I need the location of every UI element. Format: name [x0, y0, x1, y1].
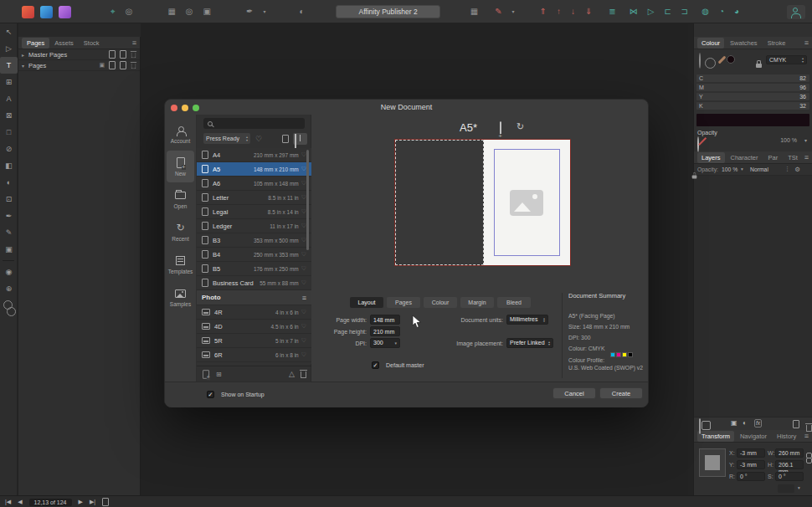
tab-swatches[interactable]: Swatches	[726, 38, 762, 49]
tab-character[interactable]: Character	[727, 152, 763, 163]
geometry-subtract-icon[interactable]: ◔	[719, 0, 724, 23]
preset-row-b4[interactable]: B4 250 mm x 353 mm ♡	[197, 248, 311, 262]
layer-lock-icon[interactable]	[692, 176, 697, 179]
sidebar-item-open[interactable]: Open	[167, 183, 194, 215]
layers-list[interactable]	[694, 176, 812, 417]
shape-tool-icon[interactable]: □	[0, 124, 18, 141]
insert-inside-icon[interactable]: ⊏	[664, 0, 671, 23]
reset-icon[interactable]: ↻	[516, 121, 524, 132]
disclosure-icon[interactable]: ▾	[22, 63, 28, 69]
fill-tool-icon[interactable]: ◧	[0, 157, 18, 174]
colour-mode-select[interactable]: CMYK ▴▾	[766, 55, 807, 64]
duplicate-page-icon[interactable]	[120, 61, 126, 69]
spread-view-button[interactable]	[293, 133, 307, 145]
add-page-icon[interactable]	[109, 61, 116, 69]
style-pen-icon[interactable]: ✎	[495, 0, 501, 23]
last-page-button[interactable]: ▶|	[90, 496, 95, 507]
favourite-icon[interactable]: ♡	[301, 251, 306, 258]
ruler-icon[interactable]: △	[289, 370, 295, 378]
opacity-chevron-icon[interactable]: ▾	[804, 137, 807, 143]
preset-row-5r[interactable]: 5R 5 in x 7 in ♡	[197, 334, 311, 348]
section-menu-icon[interactable]: ≡	[302, 294, 306, 302]
tab-transform[interactable]: Transform	[697, 431, 734, 442]
apply-master-icon[interactable]: ▣	[99, 62, 105, 69]
transform-option-chevron-icon[interactable]: ▾	[798, 485, 800, 490]
transparency-tool-icon[interactable]: ◐	[0, 174, 18, 191]
rotation-icon[interactable]: ◎	[126, 0, 133, 23]
frame-text-tool-icon[interactable]: T	[0, 57, 18, 74]
pen-tool-icon[interactable]: ✒	[0, 207, 18, 224]
tab-colour[interactable]: Colour	[697, 38, 724, 49]
cyan-slider[interactable]: C 82	[696, 74, 809, 82]
align-icon[interactable]: ≣	[609, 0, 615, 23]
blend-mode-select[interactable]: Normal	[750, 166, 768, 172]
style-pen-chevron-icon[interactable]: ▾	[512, 0, 515, 23]
pencil-tool-icon[interactable]: ✎	[0, 224, 18, 241]
delete-page-icon[interactable]	[131, 53, 136, 58]
tab-bleed[interactable]: Bleed	[497, 297, 531, 308]
move-to-back-icon[interactable]: ⇓	[585, 0, 592, 23]
publisher-app-icon[interactable]	[22, 6, 34, 18]
more-options-icon[interactable]: ⋮	[784, 166, 790, 172]
save-preset-icon[interactable]	[500, 121, 501, 137]
page-indicator[interactable]: 12,13 of 124	[29, 499, 72, 506]
preset-row-partial[interactable]	[197, 362, 311, 364]
designer-app-icon[interactable]	[59, 6, 71, 18]
create-button[interactable]: Create	[599, 387, 643, 399]
geometry-intersect-icon[interactable]: ◕	[734, 0, 739, 23]
layer-settings-gear-icon[interactable]: ⚙	[794, 166, 800, 173]
preset-row-4d[interactable]: 4D 4.5 in x 6 in ♡	[197, 320, 311, 334]
add-preset-icon[interactable]	[203, 370, 209, 378]
transform-option-button[interactable]	[778, 484, 794, 493]
preset-row-b5[interactable]: B5 176 mm x 250 mm ♡	[197, 262, 311, 276]
image-placement-select[interactable]: Prefer Linked ▴▾	[506, 338, 553, 348]
favourites-filter-icon[interactable]: ♡	[255, 135, 262, 143]
lock-icon[interactable]	[756, 64, 762, 68]
colour-panel-menu-icon[interactable]: ≡	[804, 38, 809, 47]
list-scrollbar[interactable]	[306, 150, 309, 250]
tab-layers[interactable]: Layers	[697, 152, 725, 163]
tab-history[interactable]: History	[773, 431, 800, 442]
next-page-button[interactable]: ▶	[79, 496, 83, 507]
page-height-input[interactable]: 210 mm	[370, 326, 400, 336]
picture-frame-tool-icon[interactable]: ⊠	[0, 107, 18, 124]
tab-margin[interactable]: Margin	[460, 297, 494, 308]
h-field[interactable]: 206.1 mm	[775, 460, 804, 469]
guides-icon[interactable]: ◎	[186, 0, 193, 23]
move-backward-icon[interactable]: ↓	[571, 0, 575, 23]
sidebar-item-templates[interactable]: Templates	[167, 248, 194, 280]
tab-dialog-pages[interactable]: Pages	[387, 297, 420, 308]
delete-preset-icon[interactable]	[301, 371, 306, 378]
preset-view-icon[interactable]	[282, 135, 289, 143]
master-pages-row[interactable]: ▸ Master Pages	[18, 49, 140, 60]
sidebar-item-new[interactable]: New	[167, 151, 194, 182]
pages-row[interactable]: ▾ Pages ▣	[18, 60, 140, 71]
preset-row-b3[interactable]: B3 353 mm x 500 mm ♡	[197, 233, 311, 248]
magenta-slider[interactable]: M 96	[696, 84, 809, 91]
tab-paragraph[interactable]: Par	[763, 152, 782, 163]
search-input[interactable]	[203, 118, 305, 129]
opacity-value[interactable]: 100 %	[780, 137, 797, 143]
tab-layout[interactable]: Layout	[350, 297, 383, 308]
panel-menu-icon[interactable]: ≡	[132, 38, 136, 47]
hardware-icon[interactable]: ▦	[470, 0, 478, 23]
dpi-select[interactable]: 300 ▾	[370, 338, 400, 348]
view-tool-icon[interactable]: ◉	[0, 264, 18, 280]
black-slider[interactable]: K 32	[696, 102, 809, 110]
eyedropper-icon[interactable]	[718, 56, 727, 64]
disclosure-icon[interactable]: ▸	[22, 52, 28, 58]
add-layer-icon[interactable]	[793, 420, 799, 428]
preset-row-a6[interactable]: A6 105 mm x 148 mm ♡	[197, 177, 311, 191]
cancel-button[interactable]: Cancel	[552, 387, 596, 399]
layers-panel-menu-icon[interactable]: ≡	[804, 153, 809, 161]
link-layers-icon[interactable]	[699, 418, 701, 434]
colour-selector-icon[interactable]	[0, 297, 17, 322]
page-width-input[interactable]: 148 mm	[370, 315, 400, 325]
anchor-selector[interactable]	[699, 448, 726, 477]
y-field[interactable]: -3 mm	[737, 460, 765, 469]
margins-icon[interactable]: ▣	[203, 0, 211, 23]
mask-layer-icon[interactable]: ▣	[731, 419, 737, 427]
preset-row-a5-selected[interactable]: A5 148 mm x 210 mm ♡	[197, 162, 311, 177]
preflight-icon[interactable]: ▦	[167, 0, 175, 23]
delete-page-icon[interactable]	[131, 64, 136, 69]
